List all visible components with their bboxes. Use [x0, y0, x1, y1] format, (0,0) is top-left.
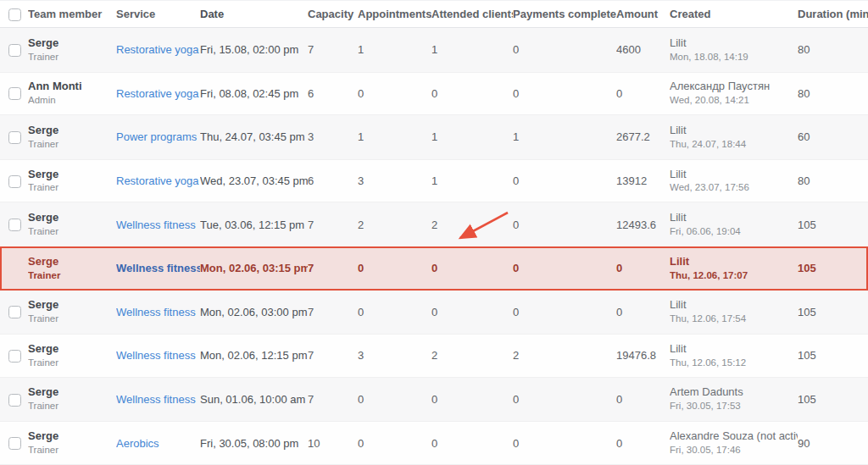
- payments-completed-cell: 2: [513, 349, 616, 362]
- team-member-name: Serge: [28, 299, 111, 312]
- row-checkbox-cell: [0, 436, 28, 450]
- service-link[interactable]: Wellness fitness: [116, 262, 200, 274]
- service-link[interactable]: Aerobics: [116, 437, 159, 450]
- created-at-date: Fri, 30.05, 17:46: [670, 445, 793, 456]
- row-checkbox[interactable]: [8, 44, 21, 57]
- created-by-name: Александр Паустян: [670, 80, 793, 93]
- date-cell: Mon, 02.06, 12:15 pm: [200, 349, 308, 362]
- date-cell: Wed, 23.07, 03:45 pm: [200, 174, 308, 187]
- team-member-role: Trainer: [28, 52, 111, 63]
- table-row[interactable]: Ann Monti Admin Restorative yoga Fri, 08…: [0, 72, 868, 116]
- row-checkbox-cell: [0, 130, 28, 144]
- amount-cell: 19476.8: [616, 349, 670, 362]
- row-checkbox[interactable]: [8, 306, 21, 318]
- created-by-name: Artem Dadunts: [670, 386, 793, 399]
- duration-cell: 60: [798, 130, 868, 143]
- created-at-date: Fri, 30.05, 17:53: [670, 401, 793, 412]
- team-member-name: Ann Monti: [28, 80, 111, 93]
- service-link[interactable]: Power programs: [116, 130, 197, 143]
- row-checkbox[interactable]: [8, 437, 21, 450]
- table-row[interactable]: Serge Trainer Wellness fitness Mon, 02.0…: [0, 291, 868, 335]
- row-checkbox[interactable]: [8, 219, 21, 231]
- payments-completed-cell: 0: [513, 174, 616, 187]
- table-row[interactable]: Serge Trainer Restorative yoga Fri, 15.0…: [0, 28, 868, 72]
- service-link[interactable]: Wellness fitness: [116, 306, 196, 318]
- created-by-name: Lilit: [670, 343, 793, 356]
- column-header-attended: Attended clients: [431, 8, 513, 20]
- amount-cell: 0: [616, 87, 670, 100]
- table-row[interactable]: Serge Trainer Wellness fitness Mon, 02.0…: [0, 334, 868, 378]
- column-header-duration: Duration (min.): [798, 8, 868, 20]
- attended-clients-cell: 0: [431, 393, 513, 406]
- service-link[interactable]: Wellness fitness: [116, 393, 196, 406]
- team-member-role: Admin: [28, 95, 111, 106]
- team-member-cell: Serge Trainer: [28, 430, 116, 456]
- created-cell: Artem Dadunts Fri, 30.05, 17:53: [670, 386, 798, 412]
- service-link[interactable]: Wellness fitness: [116, 219, 196, 231]
- team-member-role: Trainer: [28, 182, 111, 193]
- amount-cell: 2677.2: [616, 130, 670, 143]
- duration-cell: 105: [798, 262, 868, 274]
- payments-completed-cell: 1: [513, 130, 616, 143]
- team-member-name: Serge: [28, 430, 111, 443]
- table-row[interactable]: Serge Trainer Aerobics Fri, 30.05, 08:00…: [0, 421, 868, 465]
- select-all-checkbox[interactable]: [8, 8, 21, 21]
- appointments-cell: 3: [358, 174, 431, 187]
- duration-cell: 80: [798, 43, 868, 56]
- created-at-date: Thu, 24.07, 18:44: [670, 139, 793, 150]
- team-member-role: Trainer: [28, 313, 111, 324]
- team-member-role: Trainer: [28, 226, 111, 237]
- table-row[interactable]: Serge Trainer Wellness fitness Mon, 02.0…: [0, 246, 868, 291]
- attended-clients-cell: 0: [431, 87, 513, 100]
- capacity-cell: 7: [308, 349, 358, 362]
- column-header-capacity: Capacity: [308, 8, 358, 20]
- service-link[interactable]: Restorative yoga: [116, 87, 199, 100]
- created-by-name: Alexandre Souza (not active): [670, 430, 793, 443]
- table-row[interactable]: Serge Trainer Restorative yoga Wed, 23.0…: [0, 159, 868, 203]
- row-checkbox[interactable]: [8, 394, 21, 407]
- team-member-name: Serge: [28, 256, 111, 268]
- row-checkbox[interactable]: [8, 131, 21, 144]
- payments-completed-cell: 0: [513, 262, 616, 274]
- created-cell: Lilit Thu, 12.06, 17:54: [670, 299, 798, 324]
- table-row[interactable]: Serge Trainer Power programs Thu, 24.07,…: [0, 115, 868, 159]
- attended-clients-cell: 0: [431, 262, 513, 274]
- date-cell: Tue, 03.06, 12:15 pm: [200, 219, 308, 231]
- service-cell: Wellness fitness: [116, 393, 200, 406]
- team-member-role: Trainer: [28, 401, 111, 412]
- column-header-amount: Amount: [616, 8, 670, 20]
- amount-cell: 12493.6: [616, 219, 670, 231]
- duration-cell: 105: [798, 393, 868, 406]
- date-cell: Fri, 08.08, 02:45 pm: [200, 87, 308, 100]
- created-cell: Lilit Thu, 12.06, 17:07: [670, 256, 798, 281]
- team-member-cell: Serge Trainer: [28, 212, 116, 237]
- select-all-cell: [0, 7, 28, 20]
- row-checkbox[interactable]: [8, 350, 21, 363]
- row-checkbox[interactable]: [8, 87, 21, 100]
- duration-cell: 105: [798, 306, 868, 318]
- row-checkbox-cell: [0, 262, 28, 275]
- attended-clients-cell: 1: [431, 174, 513, 187]
- attended-clients-cell: 1: [431, 130, 513, 143]
- row-checkbox[interactable]: [8, 175, 21, 188]
- duration-cell: 105: [798, 349, 868, 362]
- table-row[interactable]: Serge Trainer Wellness fitness Tue, 03.0…: [0, 202, 868, 246]
- column-header-appts: Appointments: [358, 8, 431, 20]
- created-by-name: Lilit: [670, 299, 793, 312]
- service-link[interactable]: Restorative yoga: [116, 174, 199, 187]
- service-cell: Restorative yoga: [116, 87, 200, 100]
- service-cell: Wellness fitness: [116, 262, 200, 274]
- team-member-role: Trainer: [28, 445, 111, 456]
- capacity-cell: 7: [308, 219, 358, 231]
- column-header-team: Team member: [28, 8, 116, 20]
- appointments-cell: 1: [358, 130, 431, 143]
- capacity-cell: 7: [308, 43, 358, 56]
- payments-completed-cell: 0: [513, 437, 616, 450]
- table-row[interactable]: Serge Trainer Wellness fitness Sun, 01.0…: [0, 378, 868, 422]
- payments-completed-cell: 0: [513, 219, 616, 231]
- service-link[interactable]: Wellness fitness: [116, 349, 196, 362]
- created-at-date: Thu, 12.06, 17:54: [670, 313, 793, 324]
- team-member-name: Serge: [28, 125, 111, 137]
- column-header-service: Service: [116, 8, 200, 20]
- service-link[interactable]: Restorative yoga: [116, 43, 199, 56]
